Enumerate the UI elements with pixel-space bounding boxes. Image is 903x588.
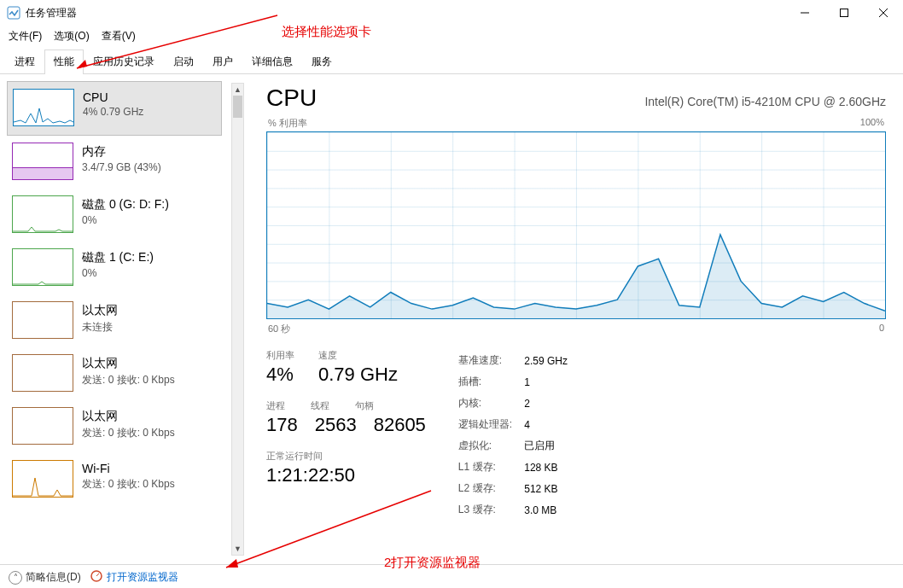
- proc-value: 178: [266, 414, 298, 436]
- thread-label: 线程: [311, 399, 329, 412]
- handle-label: 句柄: [355, 399, 374, 412]
- sidebar-item-sub: 4% 0.79 GHz: [83, 106, 143, 118]
- minimize-button[interactable]: [785, 0, 824, 26]
- sockets-value: 1: [524, 372, 578, 392]
- sockets-label: 插槽:: [458, 372, 522, 392]
- lprocs-value: 4: [524, 415, 578, 434]
- maximize-button[interactable]: [824, 0, 864, 26]
- sidebar-item-sub: 未连接: [82, 320, 118, 335]
- sidebar-item-sub: 发送: 0 接收: 0 Kbps: [82, 373, 175, 387]
- mini-chart-memory: [12, 143, 73, 180]
- sidebar-item-disk1[interactable]: 磁盘 1 (C: E:) 0%: [7, 242, 222, 294]
- resource-monitor-label: 打开资源监视器: [107, 570, 178, 585]
- sidebar-item-sub: 0%: [82, 267, 154, 279]
- sidebar-item-label: 以太网: [82, 409, 175, 424]
- mini-chart-wifi: [12, 460, 73, 498]
- sidebar-item-label: 磁盘 0 (G: D: F:): [82, 197, 169, 212]
- chart-x-left: 60 秒: [268, 323, 290, 335]
- speed-value: 0.79 GHz: [318, 364, 398, 386]
- base-speed-value: 2.59 GHz: [524, 351, 578, 370]
- chevron-up-icon: ˄: [9, 571, 22, 585]
- resource-monitor-link[interactable]: 打开资源监视器: [90, 569, 178, 585]
- sidebar-item-sub: 发送: 0 接收: 0 Kbps: [82, 477, 175, 492]
- scrollbar[interactable]: ▲ ▼: [231, 83, 244, 556]
- tab-details[interactable]: 详细信息: [242, 49, 302, 73]
- util-value: 4%: [266, 364, 294, 386]
- sidebar-item-eth1[interactable]: 以太网 发送: 0 接收: 0 Kbps: [7, 347, 222, 400]
- chart-x-right: 0: [879, 323, 884, 335]
- mini-chart-eth0: [12, 301, 73, 339]
- close-button[interactable]: [864, 0, 903, 26]
- svg-marker-5: [267, 235, 885, 318]
- mini-chart-eth1: [12, 354, 73, 392]
- tabs: 进程 性能 应用历史记录 启动 用户 详细信息 服务: [0, 49, 903, 74]
- menubar: 文件(F) 选项(O) 查看(V): [0, 26, 903, 46]
- scroll-up-icon[interactable]: ▲: [232, 84, 243, 96]
- cores-label: 内核:: [458, 393, 522, 413]
- l2-value: 512 KB: [524, 479, 578, 498]
- cpu-model: Intel(R) Core(TM) i5-4210M CPU @ 2.60GHz: [644, 95, 886, 108]
- main-pane: CPU Intel(R) Core(TM) i5-4210M CPU @ 2.6…: [246, 74, 903, 564]
- tab-services[interactable]: 服务: [302, 49, 341, 73]
- titlebar: 任务管理器: [0, 0, 903, 26]
- menu-view[interactable]: 查看(V): [102, 29, 136, 44]
- util-label: 利用率: [266, 349, 294, 362]
- stats-right: 基准速度:2.59 GHz 插槽:1 内核:2 逻辑处理器:4 虚拟化:已启用 …: [457, 349, 580, 521]
- window-title: 任务管理器: [26, 6, 77, 20]
- tab-startup[interactable]: 启动: [164, 49, 203, 73]
- stats-left: 利用率 4% 速度 0.79 GHz 进程 线程 句柄 178 2563: [266, 349, 426, 521]
- proc-label: 进程: [266, 399, 285, 412]
- lprocs-label: 逻辑处理器:: [458, 415, 522, 434]
- sidebar-item-label: 内存: [82, 144, 161, 160]
- uptime-value: 1:21:22:50: [266, 464, 426, 486]
- virt-label: 虚拟化:: [458, 436, 522, 456]
- mini-chart-eth2: [12, 407, 73, 445]
- handle-value: 82605: [374, 414, 426, 436]
- sidebar-item-memory[interactable]: 内存 3.4/7.9 GB (43%): [7, 136, 222, 189]
- brief-label: 简略信息(D): [26, 570, 81, 585]
- sidebar-item-label: 以太网: [82, 356, 175, 371]
- scroll-down-icon[interactable]: ▼: [232, 543, 243, 555]
- sidebar-item-label: Wi-Fi: [82, 462, 175, 475]
- tab-app-history[interactable]: 应用历史记录: [84, 49, 164, 73]
- speed-label: 速度: [318, 349, 398, 362]
- sidebar-item-label: 以太网: [82, 303, 118, 318]
- l1-value: 128 KB: [524, 457, 578, 477]
- uptime-label: 正常运行时间: [266, 450, 426, 463]
- l3-label: L3 缓存:: [458, 500, 522, 520]
- sidebar-item-cpu[interactable]: CPU 4% 0.79 GHz: [7, 81, 222, 136]
- cores-value: 2: [524, 393, 578, 413]
- sidebar-item-label: 磁盘 1 (C: E:): [82, 250, 154, 265]
- sidebar-item-sub: 发送: 0 接收: 0 Kbps: [82, 426, 175, 440]
- sidebar: CPU 4% 0.79 GHz 内存 3.4/7.9 GB (43%) 磁盘 0…: [0, 74, 246, 564]
- sidebar-item-eth0[interactable]: 以太网 未连接: [7, 294, 222, 347]
- tab-processes[interactable]: 进程: [5, 49, 44, 73]
- sidebar-item-label: CPU: [83, 90, 143, 104]
- mini-chart-disk1: [12, 248, 73, 286]
- menu-options[interactable]: 选项(O): [54, 29, 89, 44]
- app-icon: [7, 6, 20, 20]
- mini-chart-cpu: [13, 89, 74, 126]
- virt-value: 已启用: [524, 436, 578, 456]
- l3-value: 3.0 MB: [524, 500, 578, 520]
- mini-chart-disk0: [12, 195, 73, 233]
- scroll-thumb[interactable]: [233, 96, 242, 118]
- brief-info-button[interactable]: ˄ 简略信息(D): [9, 570, 81, 585]
- resource-monitor-icon: [90, 569, 103, 585]
- svg-line-7: [96, 573, 99, 576]
- footer: ˄ 简略信息(D) 打开资源监视器: [0, 564, 903, 588]
- sidebar-item-disk0[interactable]: 磁盘 0 (G: D: F:) 0%: [7, 189, 222, 242]
- l1-label: L1 缓存:: [458, 457, 522, 477]
- page-title: CPU: [266, 84, 317, 112]
- sidebar-item-wifi[interactable]: Wi-Fi 发送: 0 接收: 0 Kbps: [7, 453, 222, 506]
- menu-file[interactable]: 文件(F): [9, 29, 42, 44]
- chart-y-max: 100%: [860, 117, 884, 130]
- tab-users[interactable]: 用户: [203, 49, 242, 73]
- sidebar-item-sub: 3.4/7.9 GB (43%): [82, 161, 161, 173]
- thread-value: 2563: [315, 414, 357, 436]
- tab-performance[interactable]: 性能: [44, 49, 84, 73]
- sidebar-item-eth2[interactable]: 以太网 发送: 0 接收: 0 Kbps: [7, 400, 222, 453]
- chart-y-label: % 利用率: [268, 117, 307, 130]
- svg-rect-0: [8, 7, 20, 19]
- svg-rect-2: [841, 9, 848, 17]
